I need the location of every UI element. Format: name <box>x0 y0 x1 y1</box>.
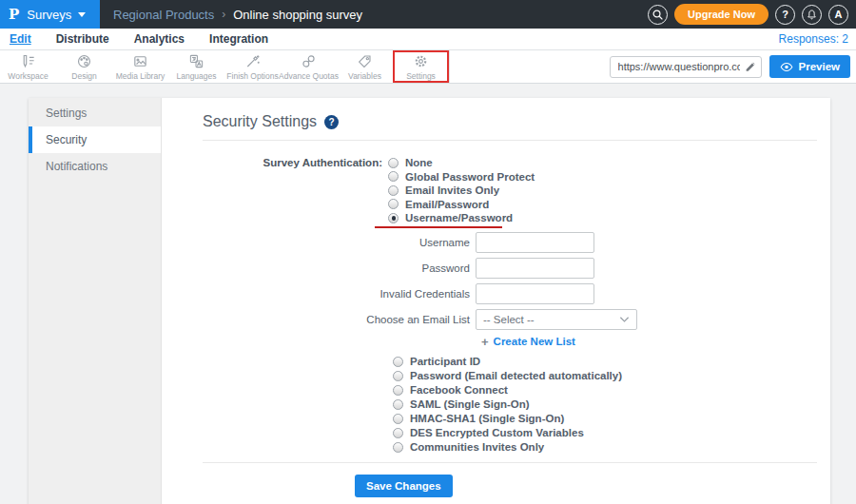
radio-icon[interactable] <box>388 199 399 209</box>
password-field[interactable] <box>476 258 594 279</box>
create-new-list-link[interactable]: Create New List <box>494 336 575 347</box>
toolbar-item-languages[interactable]: Languages <box>168 50 224 83</box>
help-badge-icon[interactable]: ? <box>324 115 339 129</box>
radio-label: DES Encrypted Custom Variables <box>410 427 584 438</box>
radio-icon[interactable] <box>393 414 403 424</box>
email-list-label: Choose an Email List <box>203 314 476 325</box>
radio-label: None <box>405 157 433 168</box>
magic-wand-icon <box>244 53 261 69</box>
breadcrumb-folder[interactable]: Regional Products <box>113 8 214 22</box>
sidebar-item-notifications[interactable]: Notifications <box>29 153 161 180</box>
radio-option-saml[interactable]: SAML (Single Sign-On) <box>393 397 817 412</box>
topbar-actions: Upgrade Now ? A <box>648 0 856 29</box>
workspace-icon <box>20 53 36 69</box>
password-label: Password <box>203 262 476 274</box>
tab-integration[interactable]: Integration <box>209 32 268 46</box>
radio-icon[interactable] <box>388 158 399 168</box>
toolbar-item-advance-quotas[interactable]: Advance Quotas <box>281 50 337 83</box>
settings-gear-icon <box>413 53 429 69</box>
email-list-select[interactable]: -- Select -- <box>476 309 637 330</box>
radio-icon[interactable] <box>393 442 403 453</box>
survey-nav: Edit Distribute Analytics Integration Re… <box>0 29 856 50</box>
radio-icon[interactable] <box>388 171 399 182</box>
invalid-credentials-field[interactable] <box>476 283 594 304</box>
radio-icon[interactable] <box>393 399 403 410</box>
radio-label: HMAC-SHA1 (Single Sign-On) <box>410 413 564 424</box>
radio-option-password-email-detected[interactable]: Password (Email detected automatically) <box>393 369 817 383</box>
responses-count[interactable]: Responses: 2 <box>779 32 848 46</box>
radio-option-email-password[interactable]: Email/Password <box>388 198 535 212</box>
radio-option-username-password[interactable]: Username/Password <box>388 211 535 225</box>
radio-label: Email Invites Only <box>405 184 499 196</box>
email-list-selected-value: -- Select -- <box>483 314 535 325</box>
plus-icon: + <box>481 336 489 348</box>
toolbar-item-workspace[interactable]: Workspace <box>0 50 56 83</box>
radio-icon[interactable] <box>393 357 403 367</box>
survey-authentication-label: Survey Authentication: <box>203 156 388 229</box>
radio-label: Participant ID <box>410 356 480 367</box>
sidebar-item-settings[interactable]: Settings <box>29 100 161 126</box>
toolbar-item-label: Variables <box>348 71 381 81</box>
search-icon <box>652 9 664 21</box>
tab-distribute[interactable]: Distribute <box>56 32 109 46</box>
radio-option-participant-id[interactable]: Participant ID <box>393 355 817 369</box>
account-avatar[interactable]: A <box>828 5 848 25</box>
survey-url-input[interactable] <box>610 56 762 78</box>
preview-button[interactable]: Preview <box>769 55 850 78</box>
radio-label: Global Password Protect <box>405 171 535 183</box>
radio-icon[interactable] <box>393 385 403 396</box>
radio-option-des-encrypted[interactable]: DES Encrypted Custom Variables <box>393 426 817 440</box>
toolbar-items: Workspace Design Media Library Languages… <box>0 50 450 83</box>
radio-label: Email/Password <box>405 199 489 210</box>
settings-sidebar: Settings Security Notifications <box>29 98 162 504</box>
toolbar-item-label: Design <box>71 71 96 81</box>
more-auth-options-group: Participant ID Password (Email detected … <box>393 355 817 455</box>
radio-label: Communities Invites Only <box>410 441 544 453</box>
radio-option-facebook-connect[interactable]: Facebook Connect <box>393 383 817 397</box>
upgrade-now-button[interactable]: Upgrade Now <box>674 4 768 25</box>
chevron-down-icon <box>78 12 86 17</box>
radio-option-global-password[interactable]: Global Password Protect <box>388 170 535 184</box>
create-new-list-row[interactable]: + Create New List <box>481 335 817 349</box>
eye-icon <box>780 62 793 72</box>
toolbar-item-media-library[interactable]: Media Library <box>112 50 168 83</box>
radio-label: SAML (Single Sign-On) <box>410 398 530 410</box>
preview-button-label: Preview <box>799 61 840 72</box>
product-menu-label: Surveys <box>27 8 71 22</box>
radio-option-communities-invites[interactable]: Communities Invites Only <box>393 440 817 455</box>
radio-icon[interactable] <box>388 185 399 196</box>
tab-edit[interactable]: Edit <box>10 32 31 46</box>
save-changes-button[interactable]: Save Changes <box>355 475 453 497</box>
security-settings-panel: Security Settings ? Survey Authenticatio… <box>162 98 830 504</box>
toolbar-item-label: Media Library <box>116 71 165 81</box>
radio-label: Password (Email detected automatically) <box>410 370 622 381</box>
questionpro-logo: P <box>9 6 19 23</box>
help-button[interactable]: ? <box>775 5 795 25</box>
radio-icon[interactable] <box>393 428 403 438</box>
radio-selected-icon[interactable] <box>388 213 399 223</box>
content-area: Settings Security Notifications Security… <box>0 85 856 504</box>
toolbar-item-variables[interactable]: Variables <box>337 50 393 83</box>
email-list-row: Choose an Email List -- Select -- <box>203 309 817 330</box>
tab-analytics[interactable]: Analytics <box>134 32 185 46</box>
title-row: Security Settings ? <box>203 113 817 130</box>
edit-url-pencil-icon[interactable] <box>744 60 757 73</box>
radio-option-none[interactable]: None <box>388 156 535 170</box>
surveys-product-menu[interactable]: P Surveys <box>0 0 100 29</box>
radio-option-email-invites[interactable]: Email Invites Only <box>388 184 535 198</box>
password-row: Password <box>203 258 817 279</box>
breadcrumb-survey-title: Online shopping survey <box>233 8 362 22</box>
toolbar-item-finish-options[interactable]: Finish Options <box>224 50 281 83</box>
toolbar-item-design[interactable]: Design <box>56 50 112 83</box>
radio-option-hmac-sha1[interactable]: HMAC-SHA1 (Single Sign-On) <box>393 412 817 426</box>
username-field[interactable] <box>476 232 594 253</box>
toolbar-right: Preview <box>610 50 856 83</box>
sidebar-item-security[interactable]: Security <box>29 126 161 153</box>
radio-icon[interactable] <box>393 371 403 381</box>
chain-links-icon <box>301 53 317 69</box>
notifications-button[interactable] <box>802 5 822 25</box>
media-library-icon <box>132 53 148 69</box>
toolbar-item-settings[interactable]: Settings <box>393 50 449 83</box>
toolbar-item-label: Workspace <box>8 71 48 81</box>
search-button[interactable] <box>648 5 668 25</box>
